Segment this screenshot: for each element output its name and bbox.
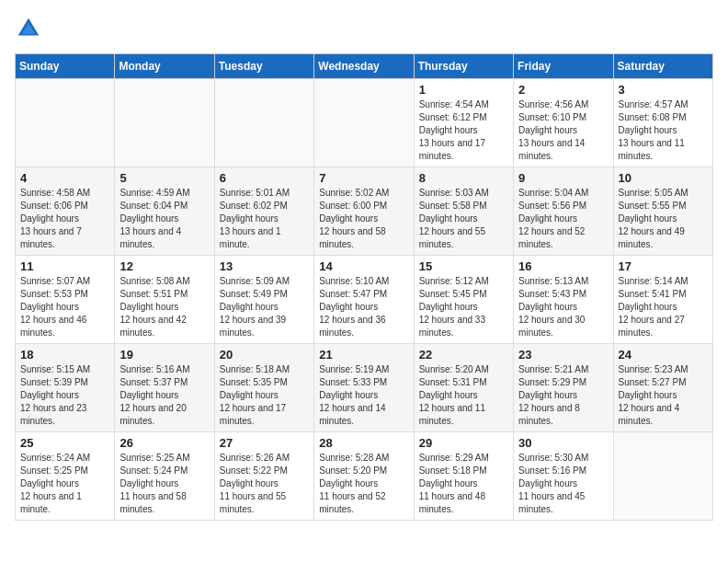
calendar-cell: 12Sunrise: 5:08 AMSunset: 5:51 PMDayligh… — [115, 256, 214, 344]
day-info: Sunrise: 5:24 AMSunset: 5:25 PMDaylight … — [20, 452, 109, 516]
calendar-cell: 17Sunrise: 5:14 AMSunset: 5:41 PMDayligh… — [613, 256, 712, 344]
day-info: Sunrise: 5:05 AMSunset: 5:55 PMDaylight … — [619, 187, 708, 251]
day-number: 23 — [518, 348, 608, 362]
day-info: Sunrise: 5:04 AMSunset: 5:56 PMDaylight … — [518, 187, 608, 251]
calendar-cell: 25Sunrise: 5:24 AMSunset: 5:25 PMDayligh… — [16, 432, 115, 521]
calendar-cell: 30Sunrise: 5:30 AMSunset: 5:16 PMDayligh… — [514, 432, 613, 521]
day-info: Sunrise: 5:01 AMSunset: 6:02 PMDaylight … — [220, 187, 309, 251]
day-info: Sunrise: 4:57 AMSunset: 6:08 PMDaylight … — [619, 98, 708, 163]
calendar-cell — [314, 79, 414, 167]
day-info: Sunrise: 5:25 AMSunset: 5:24 PMDaylight … — [119, 452, 209, 516]
calendar-cell: 8Sunrise: 5:03 AMSunset: 5:58 PMDaylight… — [414, 167, 513, 256]
day-number: 17 — [619, 259, 708, 273]
day-number: 27 — [220, 436, 309, 450]
column-header-wednesday: Wednesday — [314, 54, 414, 79]
calendar-cell — [613, 432, 712, 521]
column-header-thursday: Thursday — [414, 54, 513, 79]
calendar-cell: 18Sunrise: 5:15 AMSunset: 5:39 PMDayligh… — [16, 344, 115, 432]
calendar-table: SundayMondayTuesdayWednesdayThursdayFrid… — [15, 53, 713, 521]
calendar-cell: 4Sunrise: 4:58 AMSunset: 6:06 PMDaylight… — [16, 167, 115, 256]
day-info: Sunrise: 5:07 AMSunset: 5:53 PMDaylight … — [20, 275, 109, 339]
day-info: Sunrise: 5:14 AMSunset: 5:41 PMDaylight … — [619, 275, 708, 339]
calendar-cell: 9Sunrise: 5:04 AMSunset: 5:56 PMDaylight… — [514, 167, 613, 256]
calendar-cell: 2Sunrise: 4:56 AMSunset: 6:10 PMDaylight… — [514, 79, 613, 167]
day-number: 4 — [20, 171, 109, 185]
header — [15, 15, 713, 42]
day-number: 21 — [319, 348, 408, 362]
day-number: 30 — [518, 436, 608, 450]
day-info: Sunrise: 5:18 AMSunset: 5:35 PMDaylight … — [220, 363, 309, 428]
day-number: 3 — [619, 83, 708, 97]
day-number: 12 — [119, 259, 209, 273]
day-number: 19 — [119, 348, 209, 362]
day-number: 24 — [619, 348, 708, 362]
day-number: 14 — [319, 259, 408, 273]
day-number: 15 — [419, 259, 508, 273]
day-info: Sunrise: 5:20 AMSunset: 5:31 PMDaylight … — [419, 363, 508, 428]
day-number: 13 — [220, 259, 309, 273]
calendar-cell — [115, 79, 214, 167]
column-header-sunday: Sunday — [16, 54, 115, 79]
day-info: Sunrise: 5:19 AMSunset: 5:33 PMDaylight … — [319, 363, 408, 428]
day-info: Sunrise: 5:09 AMSunset: 5:49 PMDaylight … — [220, 275, 309, 339]
day-info: Sunrise: 4:59 AMSunset: 6:04 PMDaylight … — [119, 187, 209, 251]
calendar-cell: 26Sunrise: 5:25 AMSunset: 5:24 PMDayligh… — [115, 432, 214, 521]
day-info: Sunrise: 5:08 AMSunset: 5:51 PMDaylight … — [119, 275, 209, 339]
day-number: 20 — [220, 348, 309, 362]
day-info: Sunrise: 4:54 AMSunset: 6:12 PMDaylight … — [419, 98, 508, 163]
logo — [15, 15, 46, 42]
day-number: 16 — [518, 259, 608, 273]
calendar-week-row: 18Sunrise: 5:15 AMSunset: 5:39 PMDayligh… — [16, 344, 713, 432]
calendar-cell — [16, 79, 115, 167]
calendar-cell: 20Sunrise: 5:18 AMSunset: 5:35 PMDayligh… — [214, 344, 313, 432]
day-info: Sunrise: 5:29 AMSunset: 5:18 PMDaylight … — [419, 452, 508, 516]
day-number: 29 — [419, 436, 508, 450]
calendar-cell: 6Sunrise: 5:01 AMSunset: 6:02 PMDaylight… — [214, 167, 313, 256]
calendar-cell: 7Sunrise: 5:02 AMSunset: 6:00 PMDaylight… — [314, 167, 414, 256]
calendar-week-row: 4Sunrise: 4:58 AMSunset: 6:06 PMDaylight… — [16, 167, 713, 256]
calendar-cell: 5Sunrise: 4:59 AMSunset: 6:04 PMDaylight… — [115, 167, 214, 256]
day-info: Sunrise: 4:56 AMSunset: 6:10 PMDaylight … — [518, 98, 608, 163]
calendar-cell: 21Sunrise: 5:19 AMSunset: 5:33 PMDayligh… — [314, 344, 414, 432]
day-info: Sunrise: 5:26 AMSunset: 5:22 PMDaylight … — [220, 452, 309, 516]
day-info: Sunrise: 5:10 AMSunset: 5:47 PMDaylight … — [319, 275, 408, 339]
day-number: 1 — [419, 83, 508, 97]
calendar-cell — [214, 79, 313, 167]
day-number: 6 — [220, 171, 309, 185]
calendar-header-row: SundayMondayTuesdayWednesdayThursdayFrid… — [16, 54, 713, 79]
calendar-cell: 3Sunrise: 4:57 AMSunset: 6:08 PMDaylight… — [613, 79, 712, 167]
day-number: 18 — [20, 348, 109, 362]
day-number: 28 — [319, 436, 408, 450]
day-number: 10 — [619, 171, 708, 185]
calendar-cell: 13Sunrise: 5:09 AMSunset: 5:49 PMDayligh… — [214, 256, 313, 344]
day-number: 9 — [518, 171, 608, 185]
calendar-cell: 27Sunrise: 5:26 AMSunset: 5:22 PMDayligh… — [214, 432, 313, 521]
day-info: Sunrise: 5:12 AMSunset: 5:45 PMDaylight … — [419, 275, 508, 339]
day-info: Sunrise: 4:58 AMSunset: 6:06 PMDaylight … — [20, 187, 109, 251]
calendar-cell: 14Sunrise: 5:10 AMSunset: 5:47 PMDayligh… — [314, 256, 414, 344]
calendar-cell: 24Sunrise: 5:23 AMSunset: 5:27 PMDayligh… — [613, 344, 712, 432]
calendar-cell: 22Sunrise: 5:20 AMSunset: 5:31 PMDayligh… — [414, 344, 513, 432]
calendar-cell: 29Sunrise: 5:29 AMSunset: 5:18 PMDayligh… — [414, 432, 513, 521]
logo-icon — [15, 15, 42, 42]
calendar-week-row: 11Sunrise: 5:07 AMSunset: 5:53 PMDayligh… — [16, 256, 713, 344]
calendar-cell: 19Sunrise: 5:16 AMSunset: 5:37 PMDayligh… — [115, 344, 214, 432]
day-number: 5 — [119, 171, 209, 185]
day-number: 7 — [319, 171, 408, 185]
column-header-tuesday: Tuesday — [214, 54, 313, 79]
calendar-cell: 1Sunrise: 4:54 AMSunset: 6:12 PMDaylight… — [414, 79, 513, 167]
calendar-cell: 15Sunrise: 5:12 AMSunset: 5:45 PMDayligh… — [414, 256, 513, 344]
day-info: Sunrise: 5:15 AMSunset: 5:39 PMDaylight … — [20, 363, 109, 428]
day-info: Sunrise: 5:03 AMSunset: 5:58 PMDaylight … — [419, 187, 508, 251]
day-number: 25 — [20, 436, 109, 450]
day-info: Sunrise: 5:28 AMSunset: 5:20 PMDaylight … — [319, 452, 408, 516]
day-info: Sunrise: 5:16 AMSunset: 5:37 PMDaylight … — [119, 363, 209, 428]
day-number: 11 — [20, 259, 109, 273]
day-info: Sunrise: 5:21 AMSunset: 5:29 PMDaylight … — [518, 363, 608, 428]
calendar-week-row: 25Sunrise: 5:24 AMSunset: 5:25 PMDayligh… — [16, 432, 713, 521]
day-number: 22 — [419, 348, 508, 362]
day-info: Sunrise: 5:02 AMSunset: 6:00 PMDaylight … — [319, 187, 408, 251]
calendar-cell: 23Sunrise: 5:21 AMSunset: 5:29 PMDayligh… — [514, 344, 613, 432]
day-info: Sunrise: 5:30 AMSunset: 5:16 PMDaylight … — [518, 452, 608, 516]
day-info: Sunrise: 5:23 AMSunset: 5:27 PMDaylight … — [619, 363, 708, 428]
